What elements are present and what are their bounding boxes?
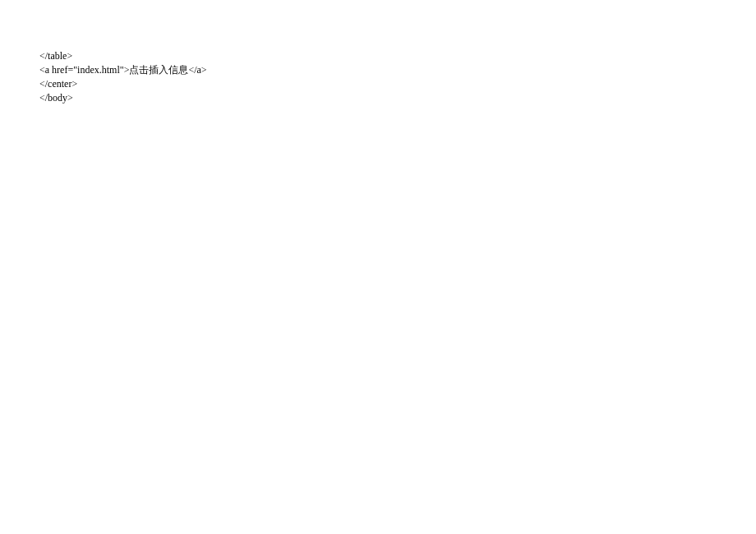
code-line-1: </table> (39, 49, 756, 63)
code-line-4: </body> (39, 91, 756, 105)
code-line-2: <a href="index.html">点击插入信息</a> (39, 63, 756, 77)
code-block: </table> <a href="index.html">点击插入信息</a>… (0, 0, 756, 105)
code-line-3: </center> (39, 77, 756, 91)
